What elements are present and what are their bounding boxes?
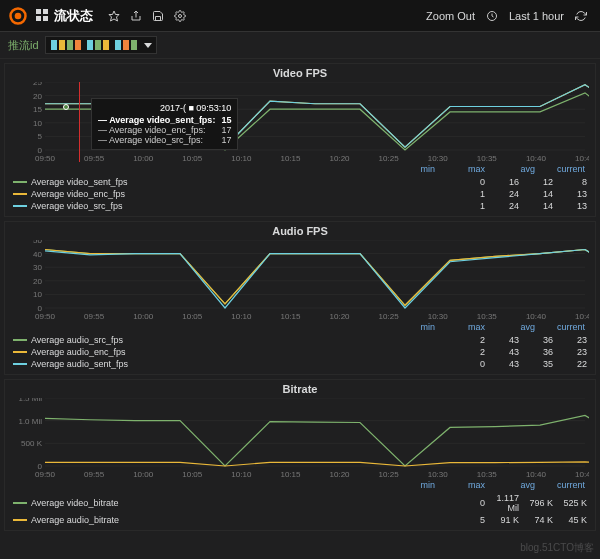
svg-text:50: 50 <box>33 240 42 245</box>
legend-item[interactable]: Average video_src_fps1241413 <box>13 200 587 212</box>
svg-text:09:50: 09:50 <box>35 154 56 162</box>
svg-text:10:15: 10:15 <box>280 154 301 162</box>
panel-bitrate: Bitrate0500 K1.0 Mil1.5 Mil09:5009:5510:… <box>4 379 596 531</box>
grafana-logo-icon[interactable] <box>8 6 28 26</box>
share-icon[interactable] <box>130 10 142 22</box>
svg-text:30: 30 <box>33 263 42 272</box>
svg-text:10:10: 10:10 <box>231 154 252 162</box>
hover-point-icon <box>63 104 69 110</box>
hover-marker-line <box>79 82 80 162</box>
svg-text:10:20: 10:20 <box>330 470 351 478</box>
panel-title[interactable]: Audio FPS <box>5 222 595 240</box>
watermark-text: blog.51CTO博客 <box>520 541 594 555</box>
svg-text:10:35: 10:35 <box>477 312 498 320</box>
svg-text:10:10: 10:10 <box>231 470 252 478</box>
legend-item[interactable]: Average audio_src_fps2433623 <box>13 334 587 346</box>
svg-text:10:10: 10:10 <box>231 312 252 320</box>
svg-text:10:45: 10:45 <box>575 312 589 320</box>
svg-text:10:35: 10:35 <box>477 470 498 478</box>
svg-text:40: 40 <box>33 250 42 259</box>
dashboard-title[interactable]: 流状态 <box>54 7 93 25</box>
panel-title[interactable]: Bitrate <box>5 380 595 398</box>
settings-icon[interactable] <box>174 10 186 22</box>
svg-text:10:35: 10:35 <box>477 154 498 162</box>
save-icon[interactable] <box>152 10 164 22</box>
svg-point-7 <box>179 14 182 17</box>
svg-text:10:45: 10:45 <box>575 154 589 162</box>
svg-rect-4 <box>36 16 41 21</box>
svg-rect-3 <box>43 9 48 14</box>
svg-point-1 <box>15 12 22 19</box>
svg-text:10:40: 10:40 <box>526 470 547 478</box>
legend: Average video_bitrate01.117 Mil796 K525 … <box>5 490 595 530</box>
svg-text:09:50: 09:50 <box>35 470 56 478</box>
svg-text:09:55: 09:55 <box>84 154 105 162</box>
svg-text:10:25: 10:25 <box>379 470 400 478</box>
svg-text:20: 20 <box>33 277 42 286</box>
svg-text:10:05: 10:05 <box>182 154 203 162</box>
panel-title[interactable]: Video FPS <box>5 64 595 82</box>
refresh-icon[interactable] <box>575 10 587 22</box>
legend-stats-header: minmaxavgcurrent <box>5 320 595 332</box>
top-navbar: 流状态 Zoom Out Last 1 hour <box>0 0 600 32</box>
dashboard-grid-icon[interactable] <box>36 9 48 23</box>
zoom-out-button[interactable]: Zoom Out <box>426 10 475 22</box>
svg-text:10:00: 10:00 <box>133 154 154 162</box>
svg-text:10:40: 10:40 <box>526 154 547 162</box>
svg-text:10:05: 10:05 <box>182 470 203 478</box>
clock-icon[interactable] <box>486 10 498 22</box>
legend-item[interactable]: Average video_sent_fps016128 <box>13 176 587 188</box>
legend-item[interactable]: Average audio_sent_fps0433522 <box>13 358 587 370</box>
svg-text:500 K: 500 K <box>21 439 43 448</box>
template-variables-row: 推流id <box>0 32 600 59</box>
variable-value-picker[interactable] <box>45 36 157 54</box>
legend: Average audio_src_fps2433623Average audi… <box>5 332 595 374</box>
graph-canvas[interactable]: 051015202509:5009:5510:0010:0510:1010:15… <box>11 82 589 162</box>
svg-marker-6 <box>109 11 119 21</box>
svg-rect-2 <box>36 9 41 14</box>
svg-text:10: 10 <box>33 119 42 128</box>
svg-text:20: 20 <box>33 92 42 101</box>
panel-video-fps: Video FPS051015202509:5009:5510:0010:051… <box>4 63 596 217</box>
star-icon[interactable] <box>108 10 120 22</box>
variable-label-stream-id: 推流id <box>8 38 39 53</box>
legend-item[interactable]: Average audio_bitrate591 K74 K45 K <box>13 514 587 526</box>
svg-text:09:55: 09:55 <box>84 312 105 320</box>
legend-item[interactable]: Average video_bitrate01.117 Mil796 K525 … <box>13 492 587 514</box>
svg-text:25: 25 <box>33 82 42 87</box>
svg-text:10:00: 10:00 <box>133 470 154 478</box>
legend-stats-header: minmaxavgcurrent <box>5 162 595 174</box>
svg-rect-5 <box>43 16 48 21</box>
svg-text:10:30: 10:30 <box>428 470 449 478</box>
svg-text:10:05: 10:05 <box>182 312 203 320</box>
legend: Average video_sent_fps016128Average vide… <box>5 174 595 216</box>
svg-text:10:20: 10:20 <box>330 154 351 162</box>
svg-text:1.5 Mil: 1.5 Mil <box>18 398 42 403</box>
legend-item[interactable]: Average audio_enc_fps2433623 <box>13 346 587 358</box>
svg-text:10: 10 <box>33 290 42 299</box>
svg-text:10:25: 10:25 <box>379 312 400 320</box>
svg-text:09:55: 09:55 <box>84 470 105 478</box>
svg-text:10:30: 10:30 <box>428 312 449 320</box>
svg-text:15: 15 <box>33 105 42 114</box>
legend-stats-header: minmaxavgcurrent <box>5 478 595 490</box>
svg-text:09:50: 09:50 <box>35 312 56 320</box>
svg-text:10:30: 10:30 <box>428 154 449 162</box>
svg-text:1.0 Mil: 1.0 Mil <box>18 417 42 426</box>
graph-tooltip: 2017-( ■ 09:53:10— Average video_sent_fp… <box>91 98 238 150</box>
svg-text:10:20: 10:20 <box>330 312 351 320</box>
svg-text:10:25: 10:25 <box>379 154 400 162</box>
svg-text:10:45: 10:45 <box>575 470 589 478</box>
svg-text:10:15: 10:15 <box>280 312 301 320</box>
svg-text:5: 5 <box>38 132 43 141</box>
graph-canvas[interactable]: 0500 K1.0 Mil1.5 Mil09:5009:5510:0010:05… <box>11 398 589 478</box>
legend-item[interactable]: Average video_enc_fps1241413 <box>13 188 587 200</box>
svg-text:10:15: 10:15 <box>280 470 301 478</box>
graph-canvas[interactable]: 0102030405009:5009:5510:0010:0510:1010:1… <box>11 240 589 320</box>
svg-text:10:40: 10:40 <box>526 312 547 320</box>
time-range-picker[interactable]: Last 1 hour <box>509 10 564 22</box>
svg-text:10:00: 10:00 <box>133 312 154 320</box>
panel-audio-fps: Audio FPS0102030405009:5009:5510:0010:05… <box>4 221 596 375</box>
